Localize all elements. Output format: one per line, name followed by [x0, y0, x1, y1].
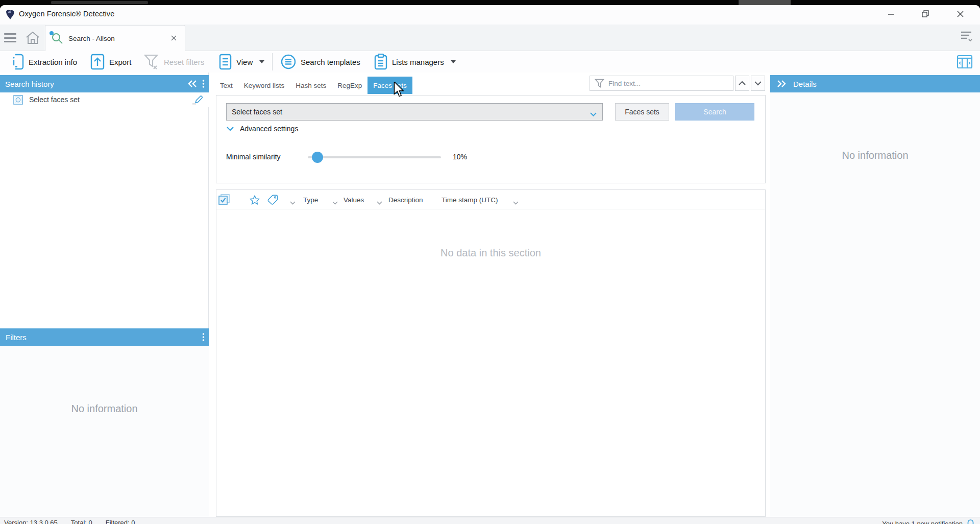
similarity-slider-track[interactable] — [308, 156, 441, 158]
export-label: Export — [109, 58, 131, 66]
minimal-similarity-value: 10% — [453, 153, 467, 161]
faces-search-form: Select faces set Faces sets Search Advan… — [216, 95, 766, 183]
search-history-menu-icon[interactable] — [201, 79, 206, 88]
tab-notification-dot — [50, 31, 54, 35]
edit-search-icon[interactable] — [191, 95, 204, 105]
screen: Oxygen Forensic® Detective — [0, 0, 980, 524]
search-templates-button[interactable]: Search templates — [281, 51, 360, 73]
details-body: No information — [770, 92, 980, 517]
search-templates-label: Search templates — [301, 58, 360, 66]
find-group — [590, 76, 765, 91]
view-dropdown-caret — [259, 60, 264, 63]
minimize-button[interactable] — [879, 5, 902, 22]
tab-regexp[interactable]: RegExp — [332, 77, 368, 94]
status-right: You have 1 new notification — [882, 519, 975, 524]
column-values-label: Values — [344, 196, 364, 204]
filters-empty-text: No information — [0, 403, 209, 415]
column-chevron-icon[interactable] — [513, 198, 519, 207]
close-button[interactable] — [948, 5, 972, 22]
tab-faces-sets[interactable]: Faces sets — [368, 77, 412, 94]
column-timestamp-label: Time stamp (UTC) — [442, 196, 498, 204]
workspace: Search history Select faces set — [0, 73, 980, 517]
search-mode-tabs: Text Keyword lists Hash sets RegExp Face… — [214, 77, 412, 94]
collapse-panel-icon[interactable] — [187, 79, 198, 88]
column-chevron-icon[interactable] — [332, 198, 338, 207]
find-filter-icon — [595, 79, 604, 88]
faces-set-select[interactable]: Select faces set — [226, 103, 603, 121]
export-button[interactable]: Export — [90, 51, 131, 73]
results-table-header: Type Values Description Time stamp (UTC) — [216, 190, 765, 209]
main-menu-button[interactable] — [4, 32, 17, 43]
search-history-item-label: Select faces set — [29, 96, 80, 104]
restore-button[interactable] — [914, 5, 937, 22]
tab-search-alison[interactable]: Search - Alison — [45, 25, 185, 51]
view-icon — [219, 54, 232, 70]
column-description[interactable]: Description — [388, 190, 423, 209]
select-all-checkbox[interactable] — [218, 190, 230, 209]
select-chevron-down-icon — [590, 110, 597, 119]
results-table: Type Values Description Time stamp (UTC)… — [216, 189, 766, 517]
panel-layout-toggle-button[interactable] — [955, 53, 974, 70]
details-empty-text: No information — [770, 150, 980, 161]
reset-filters-button[interactable]: Reset filters — [144, 51, 204, 73]
similarity-slider-thumb[interactable] — [312, 152, 323, 163]
column-type[interactable]: Type — [303, 190, 318, 209]
lists-managers-icon — [374, 54, 387, 70]
tab-text[interactable]: Text — [214, 77, 238, 94]
view-button[interactable]: View — [219, 51, 264, 73]
filters-body: No information — [0, 346, 209, 517]
tab-close-icon[interactable] — [168, 33, 179, 43]
status-left: Version: 13.3.0.65 Total: 0 Filtered: 0 — [4, 519, 135, 524]
search-button-label: Search — [703, 108, 726, 116]
column-chevron-icon[interactable] — [377, 198, 382, 207]
status-filtered: Filtered: 0 — [106, 519, 135, 524]
app-window: Oxygen Forensic® Detective — [0, 5, 980, 524]
lists-managers-label: Lists managers — [392, 58, 444, 66]
lists-managers-button[interactable]: Lists managers — [374, 51, 456, 73]
notification-bell-icon[interactable] — [966, 519, 975, 524]
minimal-similarity-label: Minimal similarity — [226, 153, 281, 161]
advanced-settings-label: Advanced settings — [240, 125, 298, 133]
search-history-item[interactable]: Select faces set — [0, 92, 209, 107]
filters-header: Filters — [0, 328, 209, 346]
tab-keyword-lists[interactable]: Keyword lists — [238, 77, 290, 94]
details-header: Details — [770, 75, 980, 92]
faces-search-icon — [13, 95, 23, 105]
find-previous-button[interactable] — [735, 76, 749, 91]
tab-hash-sets[interactable]: Hash sets — [290, 77, 332, 94]
extraction-info-icon — [10, 54, 24, 70]
find-text-input[interactable] — [608, 80, 726, 87]
toolbar: Extraction info Export R — [0, 51, 980, 73]
find-next-button[interactable] — [751, 76, 765, 91]
no-data-text: No data in this section — [216, 247, 765, 259]
extraction-info-button[interactable]: Extraction info — [10, 51, 77, 73]
home-button[interactable] — [23, 30, 42, 46]
tag-column-icon[interactable] — [267, 190, 278, 209]
star-column-icon[interactable] — [250, 190, 260, 209]
column-values[interactable]: Values — [344, 190, 364, 209]
background-video-strip — [0, 0, 980, 5]
mouse-cursor — [393, 82, 404, 97]
search-button[interactable]: Search — [675, 103, 754, 121]
tab-regexp-label: RegExp — [337, 82, 362, 89]
home-icon — [25, 31, 40, 45]
advanced-chevron-down-icon — [226, 126, 234, 132]
reset-filters-icon — [144, 54, 159, 70]
reset-filters-label: Reset filters — [164, 58, 204, 66]
toolbar-separator — [272, 53, 273, 70]
advanced-settings-toggle[interactable]: Advanced settings — [226, 123, 298, 134]
faces-sets-button-label: Faces sets — [625, 108, 659, 116]
lists-managers-dropdown-caret — [451, 60, 456, 63]
column-description-label: Description — [388, 196, 423, 204]
column-type-label: Type — [303, 196, 318, 204]
find-text-box[interactable] — [590, 76, 733, 91]
faces-sets-button[interactable]: Faces sets — [615, 103, 669, 121]
tab-strip: Search - Alison — [0, 25, 980, 51]
filters-menu-icon[interactable] — [201, 332, 206, 342]
tab-list-menu-icon[interactable] — [960, 30, 976, 46]
tab-keyword-lists-label: Keyword lists — [244, 82, 285, 89]
expand-panel-icon[interactable] — [776, 79, 787, 88]
minimal-similarity-row: Minimal similarity 10% — [226, 151, 685, 164]
column-timestamp[interactable]: Time stamp (UTC) — [442, 190, 498, 209]
column-chevron-icon[interactable] — [290, 198, 296, 207]
